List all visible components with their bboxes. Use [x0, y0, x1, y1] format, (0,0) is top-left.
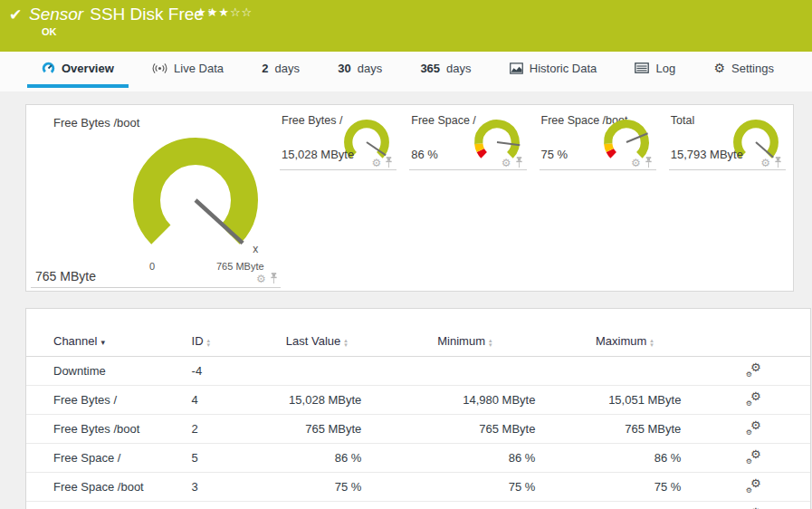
- channel-maximum: [551, 357, 697, 386]
- log-icon: [635, 62, 649, 73]
- tile-free-space-boot: Free Space /boot 75 % ⚙: [540, 105, 656, 170]
- column-header-minimum[interactable]: Minimum▴▾: [377, 329, 551, 357]
- primary-gauge-value: 765 MByte: [35, 269, 96, 283]
- gauge-tools: ⚙: [502, 157, 523, 168]
- tile-free-space-root: Free Space / 86 % ⚙: [409, 105, 526, 170]
- channel-id: 5: [188, 444, 256, 473]
- channel-maximum: 86 %: [551, 444, 697, 473]
- gauge-settings-gear-icon[interactable]: ⚙: [502, 158, 511, 168]
- channel-maximum: 75 %: [551, 473, 697, 502]
- channel-maximum: 765 MByte: [551, 415, 697, 444]
- channel-last-value: 86 %: [255, 444, 377, 473]
- table-row-free-space-boot[interactable]: Free Space /boot 3 75 % 75 % 75 % ⚙⚙: [26, 473, 810, 502]
- table-row-free-bytes-root[interactable]: Free Bytes / 4 15,028 MByte 14,980 MByte…: [26, 386, 810, 415]
- table-row-free-bytes-boot[interactable]: Free Bytes /boot 2 765 MByte 765 MByte 7…: [26, 415, 810, 444]
- sensor-header: ✔ SensorSSH Disk Free⚐ ★★★☆☆ OK: [0, 0, 812, 52]
- channel-name[interactable]: Downtime: [26, 357, 188, 386]
- channel-settings-gears-icon[interactable]: ⚙⚙: [747, 479, 761, 492]
- tab-2-days-label: days: [274, 62, 299, 75]
- divider: [31, 287, 281, 288]
- column-header-channel[interactable]: Channel▾: [26, 329, 188, 357]
- table-row-downtime[interactable]: Downtime -4 ⚙⚙: [26, 357, 810, 386]
- channel-last-value: [255, 357, 377, 386]
- tile-value: 15,028 MByte: [282, 148, 354, 161]
- gauge-scale-min: 0: [149, 261, 155, 272]
- channel-settings-gears-icon[interactable]: ⚙⚙: [747, 450, 761, 463]
- tab-365-days[interactable]: 365 days: [406, 52, 485, 88]
- tab-settings[interactable]: ⚙ Settings: [699, 52, 788, 88]
- tab-2-days-number: 2: [262, 62, 268, 75]
- sort-icon: ▴▾: [207, 338, 211, 347]
- channel-name[interactable]: Free Space /: [26, 444, 188, 473]
- pin-icon[interactable]: [515, 157, 523, 168]
- column-header-maximum[interactable]: Maximum▴▾: [551, 329, 697, 357]
- table-row-free-space-root[interactable]: Free Space / 5 86 % 86 % 86 % ⚙⚙: [26, 444, 810, 473]
- gauge-tools: ⚙: [256, 273, 278, 284]
- gauges-panel: Free Bytes /boot x 0 765 MByte 765 MByte…: [25, 104, 794, 292]
- channel-id: 3: [188, 473, 256, 502]
- tab-log-label: Log: [655, 62, 675, 75]
- tab-overview-label: Overview: [62, 62, 114, 75]
- tab-log[interactable]: Log: [620, 52, 690, 88]
- pin-icon[interactable]: [774, 157, 782, 168]
- gauge-settings-gear-icon[interactable]: ⚙: [256, 274, 266, 284]
- tile-title: Free Bytes /: [282, 114, 342, 127]
- tab-30-days[interactable]: 30 days: [323, 52, 396, 88]
- column-header-id[interactable]: ID▴▾: [188, 329, 256, 357]
- gear-icon: ⚙: [713, 61, 725, 75]
- channel-name[interactable]: Total: [26, 502, 188, 509]
- tab-historic-data-label: Historic Data: [530, 62, 597, 75]
- table-row-total[interactable]: Total -1 15,793 MByte < 0.01 MByte 15,81…: [26, 502, 810, 509]
- sort-icon: ▴▾: [650, 338, 654, 347]
- sort-desc-icon: ▾: [100, 338, 105, 347]
- priority-stars[interactable]: ★★★☆☆: [196, 5, 253, 19]
- channel-id: -1: [188, 502, 256, 509]
- tab-365-days-label: days: [446, 62, 471, 75]
- tab-30-days-number: 30: [338, 62, 350, 75]
- tab-2-days[interactable]: 2 days: [247, 52, 314, 88]
- column-header-settings: [697, 329, 810, 357]
- sort-icon: ▴▾: [344, 338, 348, 347]
- channel-minimum: 75 %: [377, 473, 551, 502]
- column-label: Channel: [53, 334, 97, 348]
- tab-bar: Overview Live Data 2 days 30 days 365 da…: [0, 52, 812, 91]
- primary-channel-gauge: Free Bytes /boot x 0 765 MByte 765 MByte…: [26, 105, 298, 291]
- sensor-title: SensorSSH Disk Free⚐: [29, 5, 204, 24]
- table-header-row: Channel▾ ID▴▾ Last Value▴▾ Minimum▴▾ Max…: [26, 329, 810, 357]
- channel-id: 4: [188, 386, 256, 415]
- status-badge: OK: [42, 26, 57, 37]
- gauge-tools: ⚙: [631, 157, 653, 168]
- channel-name[interactable]: Free Bytes /: [26, 386, 188, 415]
- channel-minimum: < 0.01 MByte: [377, 502, 551, 509]
- tile-title: Total: [671, 114, 694, 127]
- area-chart-icon: [510, 62, 523, 74]
- channel-name[interactable]: Free Space /boot: [26, 473, 188, 502]
- channel-settings-gears-icon[interactable]: ⚙⚙: [747, 421, 761, 434]
- channel-settings-gears-icon[interactable]: ⚙⚙: [747, 363, 761, 376]
- channel-last-value: 15,028 MByte: [255, 386, 377, 415]
- channel-last-value: 75 %: [255, 473, 377, 502]
- mini-gauge-tiles: Free Bytes / 15,028 MByte ⚙ Free Space /…: [280, 105, 786, 170]
- channel-minimum: 765 MByte: [377, 415, 551, 444]
- tab-30-days-label: days: [358, 62, 382, 75]
- primary-gauge: x: [128, 132, 263, 268]
- column-header-last-value[interactable]: Last Value▴▾: [255, 329, 377, 357]
- channel-minimum: [377, 357, 551, 386]
- gauge-settings-gear-icon[interactable]: ⚙: [631, 158, 641, 168]
- pin-icon[interactable]: [270, 273, 278, 284]
- live-icon: [152, 62, 167, 74]
- tab-overview[interactable]: Overview: [27, 52, 129, 88]
- gauge-settings-gear-icon[interactable]: ⚙: [371, 158, 381, 168]
- gauge-settings-gear-icon[interactable]: ⚙: [760, 158, 770, 168]
- channel-table-panel: Channel▾ ID▴▾ Last Value▴▾ Minimum▴▾ Max…: [25, 308, 811, 509]
- pin-icon[interactable]: [645, 157, 653, 168]
- tab-historic-data[interactable]: Historic Data: [495, 52, 611, 88]
- tab-live-data[interactable]: Live Data: [138, 52, 238, 88]
- gauge-tools: ⚙: [760, 157, 782, 168]
- primary-gauge-title: Free Bytes /boot: [53, 116, 139, 130]
- channel-id: 2: [188, 415, 256, 444]
- pin-icon[interactable]: [385, 157, 393, 168]
- channel-settings-gears-icon[interactable]: ⚙⚙: [747, 392, 761, 405]
- svg-text:x: x: [253, 243, 258, 255]
- channel-name[interactable]: Free Bytes /boot: [26, 415, 188, 444]
